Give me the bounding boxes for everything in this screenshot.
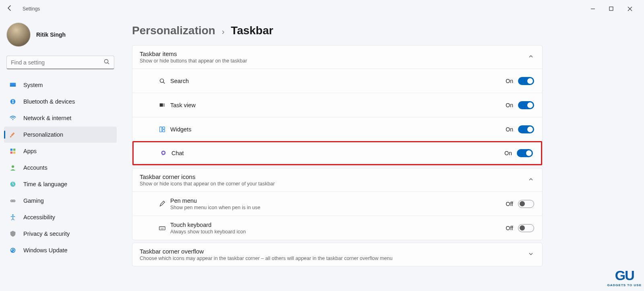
toggle-search[interactable] <box>518 77 534 85</box>
svg-rect-24 <box>160 127 162 132</box>
row-widgets: Widgets On <box>132 117 542 141</box>
toggle-state: Off <box>506 225 513 231</box>
svg-rect-1 <box>609 7 613 10</box>
svg-point-8 <box>10 136 12 138</box>
svg-line-21 <box>163 82 165 83</box>
avatar <box>6 23 31 47</box>
svg-rect-12 <box>13 152 15 154</box>
chevron-down-icon[interactable] <box>528 251 534 258</box>
svg-point-18 <box>12 214 14 216</box>
row-label: Task view <box>170 102 506 108</box>
sidebar-item-label: Network & internet <box>23 115 71 121</box>
panel-header-overflow[interactable]: Taskbar corner overflow Choose which ico… <box>132 243 542 266</box>
panel-corner-overflow: Taskbar corner overflow Choose which ico… <box>132 243 543 266</box>
section-title: Taskbar corner overflow <box>140 248 528 255</box>
svg-point-19 <box>10 248 16 253</box>
svg-point-13 <box>12 165 14 168</box>
minimize-button[interactable] <box>584 2 602 15</box>
bluetooth-icon <box>9 98 17 105</box>
row-sub: Show pen menu icon when pen is in use <box>170 205 506 210</box>
profile-name: Ritik Singh <box>36 31 66 38</box>
chevron-up-icon[interactable] <box>528 53 534 61</box>
watermark-logo: GU <box>607 268 642 283</box>
sidebar-item-bluetooth[interactable]: Bluetooth & devices <box>4 94 117 110</box>
sidebar-item-personalization[interactable]: Personalization <box>4 127 117 143</box>
page-title: Taskbar <box>231 24 273 37</box>
toggle-chat[interactable] <box>517 149 533 157</box>
chat-icon <box>159 150 167 157</box>
row-pen-menu: Pen menu Show pen menu icon when pen is … <box>132 191 542 216</box>
row-sub: Always show touch keyboard icon <box>170 229 506 235</box>
content-area: Personalization › Taskbar Taskbar items … <box>121 18 644 291</box>
maximize-button[interactable] <box>602 2 621 15</box>
svg-rect-10 <box>13 149 15 151</box>
svg-rect-29 <box>159 227 165 230</box>
watermark-text: GADGETS TO USE <box>607 283 642 287</box>
row-task-view: Task view On <box>132 93 542 117</box>
row-touch-keyboard: Touch keyboard Always show touch keyboar… <box>132 216 542 240</box>
shield-icon <box>9 230 17 237</box>
toggle-state: On <box>504 150 512 156</box>
close-button[interactable] <box>621 2 639 15</box>
sidebar-item-accessibility[interactable]: Accessibility <box>4 209 117 225</box>
sidebar-item-gaming[interactable]: Gaming <box>4 193 117 209</box>
sidebar-item-label: Windows Update <box>23 247 68 254</box>
sidebar-item-windows-update[interactable]: Windows Update <box>4 242 117 258</box>
accessibility-icon <box>9 214 17 221</box>
pen-icon <box>158 200 166 208</box>
gamepad-icon <box>9 197 17 204</box>
keyboard-icon <box>158 224 166 232</box>
svg-rect-22 <box>160 103 163 106</box>
svg-rect-5 <box>10 86 16 87</box>
sidebar-item-label: Privacy & security <box>23 231 70 237</box>
toggle-touch-keyboard[interactable] <box>518 224 534 232</box>
profile-block[interactable]: Ritik Singh <box>4 18 117 56</box>
section-title: Taskbar items <box>140 50 528 57</box>
sidebar-item-time-language[interactable]: Time & language <box>4 176 117 192</box>
task-view-icon <box>158 102 166 109</box>
search-input-wrapper[interactable] <box>6 56 114 69</box>
breadcrumb-parent[interactable]: Personalization <box>132 24 215 37</box>
toggle-task-view[interactable] <box>518 101 534 109</box>
toggle-state: On <box>506 102 513 108</box>
toggle-state: On <box>506 78 513 84</box>
sidebar-item-apps[interactable]: Apps <box>4 143 117 159</box>
toggle-state: On <box>506 126 513 133</box>
chevron-right-icon: › <box>222 27 225 36</box>
panel-corner-icons: Taskbar corner icons Show or hide icons … <box>132 168 543 240</box>
panel-header-taskbar-items[interactable]: Taskbar items Show or hide buttons that … <box>132 46 542 69</box>
row-label: Touch keyboard <box>170 222 506 228</box>
svg-point-2 <box>105 60 108 63</box>
sidebar-item-system[interactable]: System <box>4 77 117 93</box>
sidebar-item-label: Accessibility <box>23 214 55 220</box>
back-button[interactable] <box>5 5 14 13</box>
row-label: Search <box>170 78 506 84</box>
panel-header-corner-icons[interactable]: Taskbar corner icons Show or hide icons … <box>132 168 542 191</box>
sidebar-item-accounts[interactable]: Accounts <box>4 160 117 176</box>
svg-point-16 <box>11 201 12 202</box>
sidebar-item-label: Accounts <box>23 164 47 171</box>
update-icon <box>9 247 17 254</box>
sidebar-item-label: Apps <box>23 148 37 154</box>
sidebar-item-privacy[interactable]: Privacy & security <box>4 226 117 242</box>
svg-point-17 <box>14 201 14 202</box>
row-chat: Chat On <box>132 141 542 165</box>
toggle-pen-menu[interactable] <box>518 200 534 208</box>
search-icon <box>103 58 110 66</box>
search-input[interactable] <box>11 59 103 66</box>
toggle-widgets[interactable] <box>518 125 534 133</box>
svg-rect-23 <box>163 103 165 106</box>
sidebar: Ritik Singh System Bluetooth & devices <box>0 18 121 291</box>
svg-rect-11 <box>10 152 12 154</box>
apps-icon <box>9 148 17 155</box>
nav-list: System Bluetooth & devices Network & int… <box>4 77 117 259</box>
svg-point-28 <box>162 152 164 154</box>
row-search: Search On <box>132 69 542 93</box>
svg-point-7 <box>12 119 14 120</box>
toggle-state: Off <box>506 201 513 207</box>
paintbrush-icon <box>9 131 17 138</box>
chevron-up-icon[interactable] <box>528 176 534 184</box>
svg-rect-25 <box>163 127 165 129</box>
sidebar-item-network[interactable]: Network & internet <box>4 110 117 126</box>
system-icon <box>9 81 17 89</box>
